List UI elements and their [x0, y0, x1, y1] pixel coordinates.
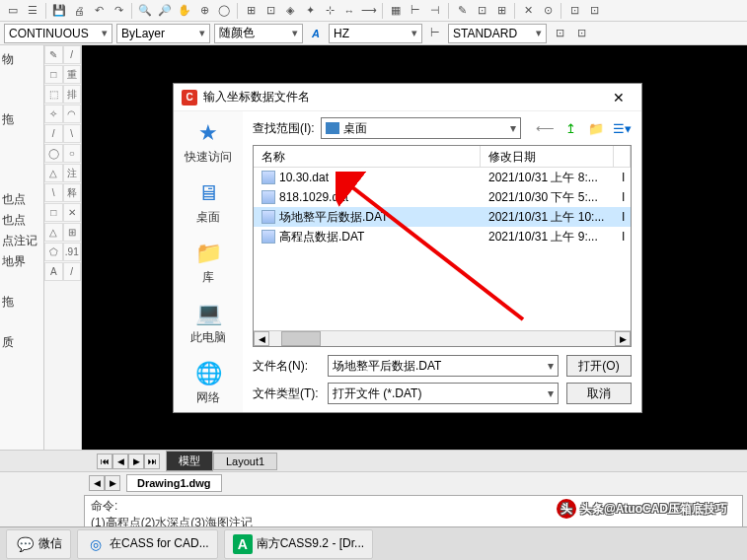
- palette-tool[interactable]: □: [44, 65, 63, 84]
- palette-tool[interactable]: ⊞: [63, 223, 82, 242]
- taskbar-item-cass[interactable]: ◎ 在CASS for CAD...: [77, 529, 218, 559]
- linetype-combo[interactable]: CONTINUOUS: [4, 24, 112, 43]
- color-combo[interactable]: 随颜色: [214, 24, 303, 43]
- palette-tool[interactable]: ✎: [44, 45, 63, 64]
- open-button[interactable]: 打开(O): [566, 355, 632, 377]
- tool-icon[interactable]: ⊙: [539, 2, 557, 20]
- save-icon[interactable]: 💾: [50, 2, 68, 20]
- tool-icon[interactable]: ⟶: [360, 2, 378, 20]
- palette-tool[interactable]: ✕: [63, 203, 82, 222]
- drawing-tab[interactable]: Drawing1.dwg: [126, 474, 222, 492]
- tab-nav-last[interactable]: ⏭: [144, 454, 160, 469]
- undo-icon[interactable]: ↶: [90, 2, 108, 20]
- palette-tool[interactable]: /: [44, 124, 63, 143]
- palette-tool[interactable]: .91: [63, 243, 82, 261]
- dwg-nav-next[interactable]: ▶: [105, 475, 120, 491]
- tool-icon[interactable]: ⊞: [242, 2, 260, 20]
- palette-tool[interactable]: ⬠: [44, 243, 63, 261]
- dim-icon[interactable]: ⊣: [426, 2, 444, 20]
- file-list[interactable]: 名称 修改日期 10.30.dat2021/10/31 上午 8:...I818…: [253, 145, 632, 347]
- palette-tool[interactable]: 排: [63, 85, 82, 104]
- palette-tool[interactable]: \: [44, 183, 63, 202]
- tool-icon[interactable]: ⊡: [585, 2, 603, 20]
- tool-icon[interactable]: ▦: [387, 2, 405, 20]
- place-item[interactable]: 💻此电脑: [190, 300, 226, 346]
- place-item[interactable]: 🌐网络: [192, 360, 224, 406]
- place-item[interactable]: 📁库: [192, 240, 224, 286]
- tool-icon[interactable]: ☰: [24, 2, 41, 20]
- tool-icon[interactable]: ✎: [453, 2, 471, 20]
- palette-tool[interactable]: \: [63, 124, 82, 143]
- textstyle-combo[interactable]: HZ: [329, 24, 422, 43]
- pan-icon[interactable]: ✋: [176, 2, 193, 20]
- layer-combo[interactable]: ByLayer: [116, 24, 210, 43]
- zoom-icon[interactable]: ⊕: [195, 2, 213, 20]
- tool-icon[interactable]: ⊡: [473, 2, 490, 20]
- zoom-icon[interactable]: 🔎: [156, 2, 174, 20]
- tool-icon[interactable]: ⊞: [492, 2, 510, 20]
- file-row[interactable]: 10.30.dat2021/10/31 上午 8:...I: [254, 168, 631, 187]
- dim-icon[interactable]: ⊢: [426, 25, 444, 42]
- up-icon[interactable]: ↥: [560, 118, 580, 138]
- zoom-icon[interactable]: 🔍: [136, 2, 154, 20]
- model-tab[interactable]: 模型: [166, 451, 213, 471]
- dimstyle-combo[interactable]: STANDARD: [448, 24, 547, 43]
- close-button[interactable]: ✕: [604, 86, 634, 109]
- palette-tool[interactable]: 重: [63, 65, 82, 84]
- file-row[interactable]: 场地整平后数据.DAT2021/10/31 上午 10:...I: [254, 207, 631, 227]
- views-icon[interactable]: ☰▾: [612, 118, 632, 138]
- h-scrollbar[interactable]: ◀▶: [254, 330, 631, 346]
- filename-input[interactable]: 场地整平后数据.DAT: [328, 355, 559, 377]
- dwg-nav-prev[interactable]: ◀: [89, 475, 105, 491]
- filetype-combo[interactable]: 打开文件 (*.DAT): [328, 383, 559, 404]
- tool-icon[interactable]: ⊡: [551, 25, 568, 42]
- taskbar-item-wechat[interactable]: 💬 微信: [6, 529, 71, 559]
- tool-icon[interactable]: ✦: [301, 2, 319, 20]
- file-row[interactable]: 818.1029.dat2021/10/30 下午 5:...I: [254, 187, 631, 207]
- tool-icon[interactable]: ⊹: [321, 2, 338, 20]
- palette-tool[interactable]: ✧: [44, 105, 63, 123]
- tool-icon[interactable]: ⊡: [261, 2, 279, 20]
- col-name[interactable]: 名称: [254, 146, 481, 167]
- palette-tool[interactable]: ○: [63, 144, 82, 163]
- palette-tool[interactable]: A: [44, 262, 63, 281]
- layout-tab[interactable]: Layout1: [213, 453, 277, 470]
- place-item[interactable]: ★快速访问: [185, 119, 232, 166]
- palette-tool[interactable]: ◠: [63, 105, 82, 123]
- tool-icon[interactable]: ◈: [281, 2, 299, 20]
- tool-icon[interactable]: ⊡: [565, 2, 583, 20]
- save-icon[interactable]: 🖨: [70, 2, 88, 20]
- taskbar-item-cass92[interactable]: A 南方CASS9.2 - [Dr...: [224, 529, 373, 559]
- tool-icon[interactable]: ▭: [4, 2, 22, 20]
- palette-tool[interactable]: 注: [63, 164, 82, 182]
- tool-icon[interactable]: ⊡: [572, 25, 590, 42]
- palette-tool[interactable]: △: [44, 164, 63, 182]
- look-in-combo[interactable]: 桌面: [321, 117, 521, 139]
- redo-icon[interactable]: ↷: [110, 2, 127, 20]
- tool-icon[interactable]: ✕: [519, 2, 537, 20]
- places-bar: ★快速访问🖥桌面📁库💻此电脑🌐网络: [174, 111, 243, 412]
- palette-tool[interactable]: ◯: [44, 144, 63, 163]
- palette-tool[interactable]: △: [44, 223, 63, 242]
- dialog-titlebar[interactable]: C 输入坐标数据文件名 ✕: [174, 84, 641, 111]
- tool-icon[interactable]: ↔: [340, 2, 358, 20]
- palette-tool[interactable]: /: [63, 262, 82, 281]
- file-row[interactable]: 高程点数据.DAT2021/10/31 上午 9:...I: [254, 227, 631, 246]
- back-icon[interactable]: ⟵: [535, 118, 555, 138]
- cancel-button[interactable]: 取消: [566, 383, 632, 404]
- col-date[interactable]: 修改日期: [481, 146, 614, 167]
- new-folder-icon[interactable]: 📁: [586, 118, 606, 138]
- tab-nav-prev[interactable]: ◀: [112, 454, 128, 469]
- watermark: 头头条@AtuoCAD压箱底技巧: [557, 499, 727, 519]
- textstyle-icon[interactable]: A: [307, 25, 325, 42]
- palette-tool[interactable]: 释: [63, 183, 82, 202]
- palette-tool[interactable]: □: [44, 203, 63, 222]
- place-item[interactable]: 🖥桌面: [192, 179, 224, 226]
- dim-icon[interactable]: ⊢: [407, 2, 424, 20]
- tab-nav-next[interactable]: ▶: [128, 454, 144, 469]
- col-type[interactable]: [614, 146, 631, 167]
- zoom-icon[interactable]: ◯: [215, 2, 233, 20]
- tab-nav-first[interactable]: ⏮: [97, 454, 112, 469]
- palette-tool[interactable]: /: [63, 45, 82, 64]
- palette-tool[interactable]: ⬚: [44, 85, 63, 104]
